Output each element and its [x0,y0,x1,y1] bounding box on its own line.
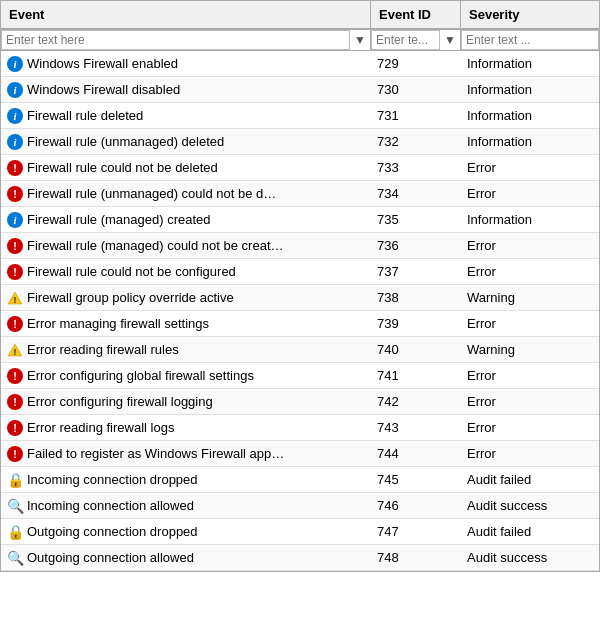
table-row[interactable]: ! Error configuring global firewall sett… [1,363,599,389]
error-icon: ! [7,394,23,410]
table-row[interactable]: ! Error reading firewall rules 740 Warni… [1,337,599,363]
event-cell: ! Error configuring firewall logging [1,391,371,413]
event-cell: ! Firewall rule could not be deleted [1,157,371,179]
table-row[interactable]: ! Error managing firewall settings 739 E… [1,311,599,337]
filter-cell-severity [461,30,600,50]
error-icon: ! [7,186,23,202]
table-row[interactable]: ! Failed to register as Windows Firewall… [1,441,599,467]
event-text: Error managing firewall settings [27,316,209,331]
event-cell: ! Error managing firewall settings [1,313,371,335]
error-icon: ! [7,368,23,384]
event-id-filter-input[interactable] [371,30,440,50]
severity-cell: Error [461,157,600,178]
event-id-cell: 736 [371,235,461,256]
event-text: Firewall rule (unmanaged) deleted [27,134,224,149]
audit-fail-icon: 🔒 [7,472,23,488]
event-cell: 🔍 Incoming connection allowed [1,495,371,517]
column-header-event-id: Event ID [371,1,461,28]
event-cell: ! Error reading firewall rules [1,339,371,361]
event-id-cell: 734 [371,183,461,204]
severity-cell: Audit success [461,547,600,568]
event-text: Error configuring firewall logging [27,394,213,409]
event-id-cell: 729 [371,53,461,74]
event-cell: ! Failed to register as Windows Firewall… [1,443,371,465]
table-row[interactable]: i Firewall rule (unmanaged) deleted 732 … [1,129,599,155]
event-text: Windows Firewall enabled [27,56,178,71]
table-row[interactable]: i Firewall rule deleted 731 Information [1,103,599,129]
table-row[interactable]: ! Firewall group policy override active … [1,285,599,311]
table-row[interactable]: i Windows Firewall enabled 729 Informati… [1,51,599,77]
event-cell: ! Error reading firewall logs [1,417,371,439]
table-row[interactable]: ! Firewall rule could not be configured … [1,259,599,285]
event-text: Error configuring global firewall settin… [27,368,254,383]
event-id-cell: 747 [371,521,461,542]
event-cell: ! Firewall rule (managed) could not be c… [1,235,371,257]
severity-cell: Warning [461,339,600,360]
event-id-cell: 739 [371,313,461,334]
event-id-cell: 745 [371,469,461,490]
event-cell: ! Firewall group policy override active [1,287,371,309]
error-icon: ! [7,264,23,280]
event-id-cell: 731 [371,105,461,126]
severity-cell: Error [461,313,600,334]
severity-cell: Information [461,79,600,100]
table-row[interactable]: i Windows Firewall disabled 730 Informat… [1,77,599,103]
event-text: Windows Firewall disabled [27,82,180,97]
severity-filter-input[interactable] [461,30,599,50]
severity-cell: Information [461,209,600,230]
table-row[interactable]: i Firewall rule (managed) created 735 In… [1,207,599,233]
event-cell: i Firewall rule deleted [1,105,371,127]
severity-cell: Error [461,183,600,204]
event-text: Error reading firewall logs [27,420,174,435]
table-row[interactable]: 🔒 Incoming connection dropped 745 Audit … [1,467,599,493]
audit-success-icon: 🔍 [7,550,23,566]
table-row[interactable]: 🔍 Outgoing connection allowed 748 Audit … [1,545,599,571]
event-id-cell: 748 [371,547,461,568]
info-icon: i [7,82,23,98]
event-id-cell: 732 [371,131,461,152]
event-text: Firewall rule could not be deleted [27,160,218,175]
table-row[interactable]: ! Firewall rule could not be deleted 733… [1,155,599,181]
event-cell: ! Firewall rule (unmanaged) could not be… [1,183,371,205]
event-id-filter-icon[interactable]: ▼ [440,31,460,49]
table-row[interactable]: ! Firewall rule (managed) could not be c… [1,233,599,259]
event-id-cell: 741 [371,365,461,386]
column-header-severity: Severity [461,1,600,28]
event-cell: ! Error configuring global firewall sett… [1,365,371,387]
event-filter-input[interactable] [1,30,350,50]
table-row[interactable]: 🔒 Outgoing connection dropped 747 Audit … [1,519,599,545]
severity-cell: Information [461,53,600,74]
warning-icon: ! [7,290,23,306]
severity-cell: Warning [461,287,600,308]
event-text: Firewall rule (unmanaged) could not be d… [27,186,276,201]
table-row[interactable]: ! Error configuring firewall logging 742… [1,389,599,415]
severity-cell: Error [461,365,600,386]
info-icon: i [7,134,23,150]
event-text: Firewall rule (managed) could not be cre… [27,238,284,253]
severity-cell: Error [461,235,600,256]
event-id-cell: 737 [371,261,461,282]
table-row[interactable]: ! Firewall rule (unmanaged) could not be… [1,181,599,207]
table-header-row: Event Event ID Severity [1,1,599,30]
severity-cell: Information [461,105,600,126]
event-text: Failed to register as Windows Firewall a… [27,446,284,461]
event-id-cell: 744 [371,443,461,464]
severity-cell: Error [461,443,600,464]
svg-text:!: ! [14,347,17,357]
event-id-cell: 733 [371,157,461,178]
column-header-event: Event [1,1,371,28]
event-cell: i Firewall rule (unmanaged) deleted [1,131,371,153]
table-row[interactable]: 🔍 Incoming connection allowed 746 Audit … [1,493,599,519]
table-row[interactable]: ! Error reading firewall logs 743 Error [1,415,599,441]
audit-success-icon: 🔍 [7,498,23,514]
event-table: Event Event ID Severity ▼ ▼ i Windows Fi… [0,0,600,572]
info-icon: i [7,108,23,124]
severity-cell: Audit failed [461,521,600,542]
filter-cell-id: ▼ [371,30,461,50]
event-text: Firewall rule deleted [27,108,143,123]
svg-text:!: ! [14,295,17,305]
audit-fail-icon: 🔒 [7,524,23,540]
event-filter-icon[interactable]: ▼ [350,31,370,49]
event-cell: 🔍 Outgoing connection allowed [1,547,371,569]
severity-cell: Information [461,131,600,152]
